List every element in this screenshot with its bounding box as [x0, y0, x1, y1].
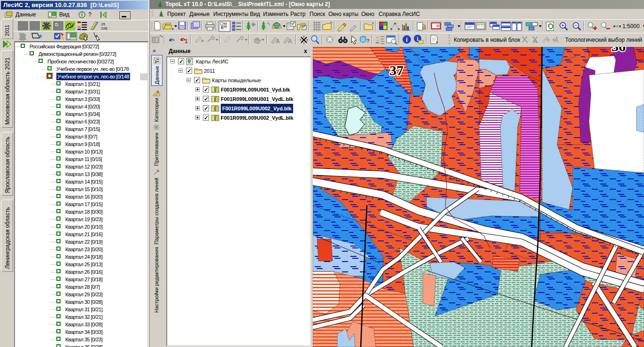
svg-text:A: A — [276, 38, 280, 45]
svg-text:?: ? — [366, 38, 370, 44]
svg-text:A: A — [288, 38, 292, 45]
svg-text:1: 1 — [185, 38, 188, 45]
svg-text:36: 36 — [612, 47, 626, 54]
svg-text:i: i — [81, 12, 83, 17]
svg-text:i: i — [406, 36, 408, 43]
svg-text:A: A — [534, 39, 537, 44]
svg-text:37: 37 — [389, 62, 403, 78]
svg-text:i: i — [417, 36, 418, 42]
